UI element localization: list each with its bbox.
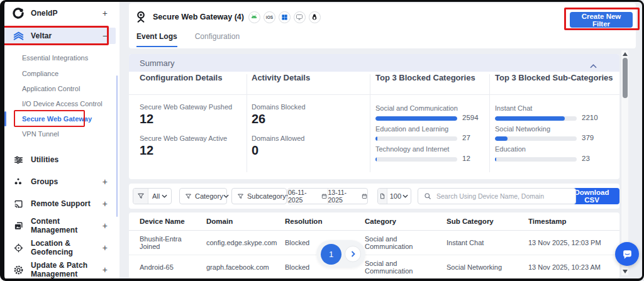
stat-label: Secure Web Gateway Active (140, 135, 227, 142)
divider (489, 74, 490, 172)
bar-value: 23 (582, 155, 590, 162)
col-category: Category (365, 212, 447, 231)
sidebar-item-application-control[interactable]: Application Control (22, 82, 80, 95)
bar (495, 116, 577, 121)
expand-plus-icon[interactable]: + (103, 199, 108, 209)
bar-label: Social Networking (495, 125, 550, 133)
bar-value: 12 (462, 155, 470, 162)
sidebar-item-label: OneIdP (31, 9, 103, 18)
chat-launcher-button[interactable] (615, 242, 639, 266)
create-new-filter-button[interactable]: Create New Filter (570, 12, 633, 28)
page-header: Secure Web Gateway (4) iOS Create New Fi… (129, 3, 636, 48)
sidebar-item-compliance[interactable]: Compliance (22, 67, 58, 80)
utilities-sliders-icon (10, 155, 26, 165)
remote-cast-icon (10, 199, 26, 209)
page-1-button[interactable]: 1 (321, 244, 341, 265)
sidebar-item-secure-web-gateway[interactable]: Secure Web Gateway (22, 113, 92, 125)
subcategory-filter-dropdown[interactable]: Subcategory (231, 188, 287, 204)
stat-value: 26 (252, 112, 265, 126)
cell-domain: graph.facebook.com (206, 255, 285, 279)
bar (375, 157, 457, 162)
sidebar-item-utilities[interactable]: Utilities (4, 152, 116, 168)
col-device-name: Device Name (129, 212, 206, 231)
activity-details-heading: Activity Details (252, 73, 310, 82)
scroll-up-arrow[interactable] (623, 52, 628, 56)
summary-panel: Summary Configuration Details Activity D… (129, 54, 619, 179)
divider (247, 74, 247, 172)
date-from-field[interactable]: 06-11-2025 (288, 189, 328, 204)
secure-web-gateway-camera-icon (134, 10, 148, 24)
sidebar-item-update-patch-management[interactable]: Update & Patch Management + (4, 262, 116, 278)
col-sub-category: Sub Category (447, 212, 528, 231)
ios-icon: iOS (264, 11, 275, 23)
bar-value: 2594 (462, 114, 479, 121)
bar (375, 136, 457, 141)
bar-label: Education (495, 145, 526, 153)
sidebar-item-io-device-access-control[interactable]: I/O Device Access Control (22, 97, 103, 110)
collapse-minus-icon[interactable]: − (103, 31, 108, 41)
date-to-field[interactable]: 13-11-2025 (328, 189, 368, 204)
stat-value: 12 (140, 143, 153, 158)
cell-device-name: Bhushit-Entra Joined (129, 231, 206, 255)
chevron-right-icon (351, 251, 355, 257)
sidebar-item-essential-integrations[interactable]: Essential Integrations (22, 52, 88, 64)
linux-icon (309, 11, 321, 23)
sidebar-item-label: Content Management (31, 217, 103, 234)
sidebar-item-veltar[interactable]: Veltar − (4, 28, 116, 44)
page-size-dropdown[interactable]: 100 (377, 188, 411, 204)
expand-plus-icon[interactable]: + (103, 177, 108, 187)
col-timestamp: Timestamp (528, 212, 619, 231)
sidebar-item-vpn-tunnel[interactable]: VPN Tunnel (22, 128, 59, 140)
top-blocked-categories-heading: Top 3 Blocked Categories (375, 73, 475, 82)
content-management-icon (10, 221, 26, 231)
table-header-row: Device Name Domain Resolution Category S… (129, 212, 619, 231)
stat-label: Domains Allowed (252, 135, 304, 142)
subcategory-filter-value: Subcategory (247, 192, 286, 200)
windows-icon (279, 11, 291, 23)
summary-title: Summary (140, 58, 175, 68)
next-page-button[interactable] (345, 246, 361, 262)
cell-category: Social and Communication (365, 255, 447, 279)
bar (495, 157, 577, 162)
app-window: OneIdP + Veltar − Essential Integrations… (0, 0, 644, 281)
sidebar-item-remote-support[interactable]: Remote Support + (4, 196, 116, 212)
bar (495, 136, 577, 141)
sidebar-item-label: Groups (31, 177, 103, 186)
stat-label: Secure Web Gateway Pushed (140, 103, 232, 111)
cell-sub-category: Instant Chat (447, 231, 528, 255)
scroll-down-arrow[interactable] (623, 270, 628, 273)
search-icon (424, 192, 431, 200)
scope-filter-dropdown[interactable]: All (133, 188, 172, 204)
sidebar-item-oneidp[interactable]: OneIdP + (4, 4, 116, 23)
category-filter-dropdown[interactable]: Category (179, 188, 227, 204)
stat-value: 0 (252, 143, 258, 158)
sidebar-item-label: Utilities (31, 155, 108, 164)
filter-toolbar: All Category Subcategory (129, 184, 619, 209)
tab-event-logs[interactable]: Event Logs (136, 32, 177, 47)
expand-plus-icon[interactable]: + (103, 221, 108, 231)
stat-value: 12 (140, 112, 153, 126)
android-icon (248, 11, 260, 23)
expand-plus-icon[interactable]: + (103, 243, 108, 253)
chevron-up-icon[interactable] (590, 60, 597, 71)
sidebar-item-content-management[interactable]: Content Management + (4, 218, 116, 234)
cell-sub-category: Social Networking (447, 255, 528, 279)
expand-plus-icon[interactable]: + (103, 8, 108, 18)
sidebar-item-groups[interactable]: Groups + (4, 174, 116, 190)
search-field[interactable] (418, 188, 576, 204)
bar-label: Instant Chat (495, 104, 532, 112)
tab-configuration[interactable]: Configuration (195, 32, 240, 47)
summary-header[interactable]: Summary (129, 54, 619, 72)
page-size-value: 100 (390, 192, 401, 200)
search-input[interactable] (435, 192, 575, 201)
bar-label: Social and Communication (375, 104, 458, 112)
sidebar-item-location-geofencing[interactable]: Location & Geofencing + (4, 240, 116, 256)
sidebar-scrollbar-thumb[interactable] (116, 75, 118, 217)
bar-label: Technology and Internet (375, 145, 449, 153)
scope-filter-value: All (152, 192, 160, 200)
divider (129, 94, 619, 95)
date-range-picker: 06-11-2025 13-11-2025 (287, 188, 368, 204)
expand-plus-icon[interactable]: + (103, 265, 108, 275)
scrollbar-thumb[interactable] (623, 58, 628, 98)
cell-category: Social and Communication (365, 231, 447, 255)
